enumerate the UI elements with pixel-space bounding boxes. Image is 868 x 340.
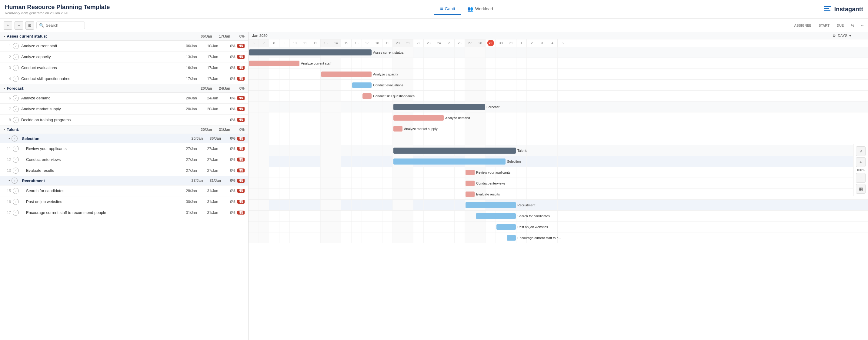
collapse-recruitment[interactable]: ▪ [8,179,10,183]
task-num: 15 [4,189,11,193]
gantt-bar [507,235,516,241]
task-pct: 0% [223,168,236,173]
subgroup-recruitment-due: 31/Jan [207,179,224,183]
task-name: Conduct enterviews [21,157,157,162]
start-header: START [815,24,833,27]
task-start: 31/Jan [181,211,202,215]
task-num: 7 [4,107,11,111]
gantt-row: Selection [249,156,868,167]
task-tag: NN [237,200,245,204]
gantt-header: Jan 2020 ⚙ DAYS ▾ 6789101112131415161718… [249,32,868,47]
tab-workload[interactable]: 👥 Workload [461,4,499,15]
task-row: 3 ✓ Conduct evaluations 16/Jan 17/Jan 0%… [0,62,248,73]
gantt-bar [249,61,300,66]
bar-chart-button[interactable]: ▦ [856,184,866,194]
task-num: 12 [4,158,11,162]
pct-header: % [847,24,858,27]
task-tag: NN [237,44,245,48]
main-content: ▪ Asses current status: 06/Jan 17/Jan 0%… [0,32,868,340]
tab-gantt[interactable]: ≡ Gantt [434,4,461,15]
gantt-row: Conduct enterviews [249,178,868,189]
group-assess-due: 17/Jan [216,34,234,38]
gantt-bar [496,224,516,230]
zoom-out-button[interactable]: − [856,173,866,183]
logo: Instagantt [823,4,863,14]
group-forecast-due: 24/Jan [216,86,234,91]
gantt-bar-label: Analyze current staff [301,62,331,65]
task-start: 30/Jan [181,200,202,204]
gantt-bar [393,148,516,154]
gantt-bar [393,104,485,110]
task-pct: 0% [223,158,236,162]
gantt-bar-label: Search for candidates [517,214,550,218]
branch-button[interactable]: ⑂ [856,146,866,156]
task-num: 6 [4,96,11,100]
zoom-in-button[interactable]: + [856,157,866,167]
expand-button[interactable]: + [4,21,12,30]
search-input[interactable] [46,23,82,28]
column-headers: ASSIGNEE START DUE % ← [790,23,864,28]
logo-icon [823,4,832,14]
task-tag: NN [237,158,245,161]
task-check-icon: ✓ [13,54,19,60]
task-name: Post on job websites [21,199,157,204]
task-tag: NN [237,179,245,183]
collapse-selection[interactable]: ▪ [8,136,10,141]
task-pct: 0% [223,107,236,111]
task-row: 11 ✓ Review your applicants 27/Jan 27/Ja… [0,143,248,154]
gantt-bar [466,181,475,186]
tab-workload-label: Workload [475,6,493,11]
task-tag: NN [237,147,245,151]
gantt-month-row: Jan 2020 ⚙ DAYS ▾ [249,32,868,39]
task-tag: NN [237,96,245,100]
task-due: 27/Jan [202,147,223,151]
task-due: 17/Jan [202,55,223,59]
task-pct: 0% [223,118,236,122]
gantt-body: Asses current status:Analyze current sta… [249,47,868,243]
gantt-row: Analyze demand [249,113,868,123]
task-row: 7 ✓ Analyze market supply 20/Jan 20/Jan … [0,104,248,115]
group-forecast: ▪ Forecast: 20/Jan 24/Jan 0% [0,84,248,93]
search-box[interactable]: 🔍 [36,22,85,29]
gear-icon: ⚙ [833,34,836,38]
gantt-row: Recruitment [249,200,868,211]
task-num: 11 [4,147,11,151]
task-row: 1 ✓ Analyze current staff 06/Jan 10/Jan … [0,41,248,52]
task-name: Decide on training programs [21,118,157,122]
task-pct: 0% [223,200,236,204]
task-row: 4 ✓ Conduct skill questionnaires 17/Jan … [0,73,248,84]
task-name: Analyze market supply [21,107,157,111]
arrow-button[interactable]: ← [860,23,864,28]
collapse-button[interactable]: − [14,21,23,30]
gantt-row: Analyze market supply [249,123,868,134]
task-due: 20/Jan [202,107,223,111]
task-check-icon: ✓ [13,106,19,112]
task-start: 20/Jan [181,107,202,111]
gantt-row: Talent: [249,145,868,156]
task-num: 4 [4,77,11,81]
task-due: 10/Jan [202,44,223,48]
collapse-talent[interactable]: ▪ [4,128,5,132]
task-start: 28/Jan [181,189,202,193]
gantt-row [249,134,868,145]
task-row: 17 ✓ Encourage current staff to recommen… [0,207,248,218]
gantt-bar-label: Selection [507,160,521,163]
gantt-row: Forecast: [249,101,868,113]
assignee-header: ASSIGNEE [790,24,815,27]
collapse-forecast[interactable]: ▪ [4,86,5,91]
task-check-icon: ✓ [13,210,19,216]
task-row: 12 ✓ Conduct enterviews 27/Jan 27/Jan 0%… [0,154,248,165]
svg-rect-1 [824,8,829,9]
gantt-bar-label: Conduct evaluations [373,83,403,87]
collapse-assess[interactable]: ▪ [4,34,5,38]
gantt-row: Post on job websites [249,221,868,233]
task-pct: 0% [223,147,236,151]
subgroup-selection-label: Selection [22,136,188,141]
task-tag: NN [237,118,245,122]
task-num: 8 [4,118,11,122]
gantt-bar [321,71,372,77]
task-row: 16 ✓ Post on job websites 30/Jan 31/Jan … [0,196,248,207]
task-due: 31/Jan [202,211,223,215]
grid-button[interactable]: ⊞ [26,21,34,30]
gantt-tools: ⑂ + 100% − ▦ [853,144,868,196]
